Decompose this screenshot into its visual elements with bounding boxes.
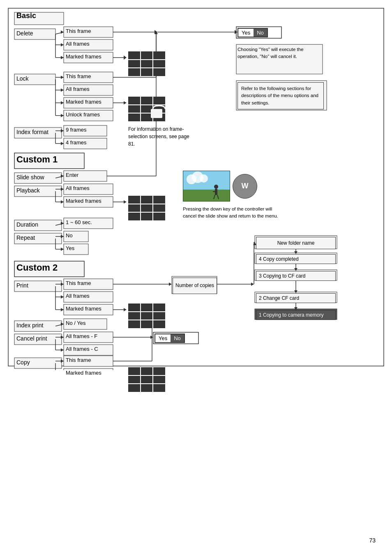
yes-option[interactable]: Yes xyxy=(238,29,254,37)
slideshow-photo-area: W xyxy=(183,171,257,202)
step1-box: 1 Copying to camera memory xyxy=(256,310,336,320)
copy-menu-item[interactable]: Copy xyxy=(16,359,30,366)
svg-marker-10 xyxy=(61,30,64,34)
yes-no-choice-cancel-print[interactable]: Yes No xyxy=(154,334,185,343)
playback-menu-item[interactable]: Playback xyxy=(16,187,40,194)
frame-info-text: For information on frame-selection scree… xyxy=(128,125,190,148)
info-text-2: Refer to the following sections for desc… xyxy=(238,82,324,109)
playback-all-frames: All frames xyxy=(66,185,90,191)
yes-option-2[interactable]: Yes xyxy=(155,334,171,342)
cancel-print-menu-item[interactable]: Cancel print xyxy=(16,335,47,342)
copy-marked-frames: Marked frames xyxy=(66,370,101,376)
svg-marker-133 xyxy=(61,359,64,363)
four-frames: 4 frames xyxy=(66,139,87,146)
no-option-selected-2[interactable]: No xyxy=(171,334,184,342)
svg-line-52 xyxy=(55,176,64,178)
delete-menu-item[interactable]: Delete xyxy=(16,30,33,37)
slideshow-enter: Enter xyxy=(66,172,78,178)
svg-marker-96 xyxy=(251,283,254,286)
svg-marker-75 xyxy=(61,235,64,238)
svg-marker-14 xyxy=(154,30,157,34)
svg-marker-63 xyxy=(61,200,64,204)
lock-unlock-frames: Unlock frames xyxy=(66,111,100,118)
svg-marker-48 xyxy=(61,142,64,145)
delete-marked-grid-icon xyxy=(128,51,165,76)
cancel-all-frames-c: All frames - C xyxy=(66,346,98,352)
repeat-yes: Yes xyxy=(66,245,74,251)
index-print-no-yes: No / Yes xyxy=(66,320,85,326)
svg-line-68 xyxy=(55,223,64,225)
custom1-label: Custom 1 xyxy=(16,154,58,165)
svg-marker-93 xyxy=(124,308,127,311)
duration-menu-item[interactable]: Duration xyxy=(16,221,38,228)
nine-frames: 9 frames xyxy=(66,127,87,133)
custom2-label: Custom 2 xyxy=(16,262,58,273)
svg-line-115 xyxy=(55,324,64,326)
index-format-menu-item[interactable]: Index format xyxy=(16,129,48,135)
delete-this-frame: This frame xyxy=(66,28,91,34)
basic-label: Basic xyxy=(16,12,36,20)
duration-value: 1 ~ 60 sec. xyxy=(66,219,92,225)
svg-marker-116 xyxy=(61,322,64,326)
print-this-frame: This frame xyxy=(66,280,91,286)
svg-marker-12 xyxy=(61,56,64,59)
print-marked-grid-icon xyxy=(128,303,165,328)
svg-rect-152 xyxy=(128,196,165,220)
svg-marker-107 xyxy=(294,290,297,293)
lock-marked-frames: Marked frames xyxy=(66,99,101,105)
step3-box: 3 Copying to CF card xyxy=(256,271,336,281)
svg-marker-65 xyxy=(124,200,127,204)
step2-box: 2 Change CF card xyxy=(256,293,336,303)
cancel-all-frames-f: All frames - F xyxy=(66,333,97,339)
no-option-selected[interactable]: No xyxy=(254,29,267,37)
slideshow-caption: Pressing the down key of the controller … xyxy=(183,206,281,220)
svg-marker-109 xyxy=(294,307,297,310)
svg-marker-34 xyxy=(61,114,64,117)
svg-marker-61 xyxy=(61,188,64,191)
svg-rect-172 xyxy=(128,367,165,392)
svg-marker-89 xyxy=(61,308,64,311)
slideshow-menu-item[interactable]: Slide show xyxy=(16,174,44,181)
print-menu-item[interactable]: Print xyxy=(16,282,28,289)
number-of-copies-box: Number of copies xyxy=(173,278,217,294)
svg-marker-124 xyxy=(61,348,64,352)
svg-marker-69 xyxy=(61,222,64,225)
svg-marker-46 xyxy=(61,129,64,132)
svg-marker-37 xyxy=(154,31,158,34)
svg-rect-151 xyxy=(151,109,162,118)
page-number: 73 xyxy=(369,537,376,544)
step4-box: 4 Copy completed xyxy=(256,254,336,264)
repeat-no: No xyxy=(66,232,73,239)
index-print-menu-item[interactable]: Index print xyxy=(16,322,43,329)
svg-line-6 xyxy=(55,32,64,34)
playback-marked-grid-icon xyxy=(128,196,165,220)
lock-this-frame: This frame xyxy=(66,73,91,79)
delete-all-frames: All frames xyxy=(66,41,90,47)
delete-marked-frames: Marked frames xyxy=(66,53,101,60)
copy-marked-grid-icon xyxy=(128,367,165,392)
lock-all-frames: All frames xyxy=(66,86,90,92)
svg-marker-28 xyxy=(61,76,64,79)
svg-marker-16 xyxy=(124,56,127,60)
lock-menu-item[interactable]: Lock xyxy=(16,75,29,82)
yes-no-choice-top[interactable]: Yes No xyxy=(238,28,268,37)
svg-marker-39 xyxy=(124,101,127,104)
svg-rect-167 xyxy=(128,303,165,328)
svg-marker-87 xyxy=(61,295,64,299)
svg-marker-105 xyxy=(294,268,297,271)
svg-marker-53 xyxy=(61,174,64,178)
svg-marker-122 xyxy=(61,336,64,339)
svg-point-162 xyxy=(214,185,218,189)
print-all-frames: All frames xyxy=(66,293,90,299)
svg-marker-103 xyxy=(294,251,297,254)
svg-rect-141 xyxy=(128,51,165,76)
print-marked-frames: Marked frames xyxy=(66,306,101,312)
playback-marked-frames: Marked frames xyxy=(66,198,101,204)
svg-rect-158 xyxy=(183,190,230,202)
repeat-menu-item[interactable]: Repeat xyxy=(16,234,35,241)
svg-marker-91 xyxy=(169,283,172,286)
svg-marker-19 xyxy=(235,30,238,34)
new-folder-name-box: New folder name xyxy=(256,237,336,249)
copy-this-frame: This frame xyxy=(66,357,91,363)
svg-marker-85 xyxy=(61,283,64,286)
